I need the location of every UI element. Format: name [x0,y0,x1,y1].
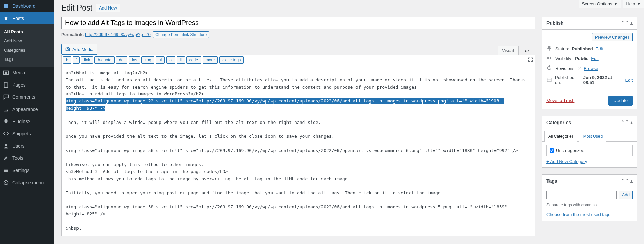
chevron-up-icon[interactable]: ˄ [622,178,624,184]
content-pre: <h2>What is image alt tag?</h2> The alt … [66,70,528,96]
edit-visibility-link[interactable]: Edit [591,56,598,61]
sidebar-item-pages[interactable]: Pages [0,79,54,91]
collapse-icon [3,179,10,186]
caret-icon[interactable]: ▴ [630,120,633,125]
chevron-down-icon[interactable]: ˅ [626,120,628,125]
chevron-up-icon[interactable]: ˄ [622,20,624,26]
tab-visual[interactable]: Visual [498,46,518,55]
eye-icon [546,55,553,62]
revisions-value: 2 [578,66,581,71]
plugins-badge: 2 [28,119,30,124]
sidebar-item-media[interactable]: Media [0,67,54,79]
tab-all-categories[interactable]: All Categories [544,131,577,142]
qt-bquote[interactable]: b-quote [94,56,115,64]
sidebar-item-categories[interactable]: Categories [0,45,54,55]
category-checkbox[interactable] [550,148,554,153]
appearance-icon [3,106,10,113]
sidebar-label: Dashboard [12,3,36,9]
sidebar-item-tools[interactable]: Tools [0,152,54,164]
qt-close[interactable]: close tags [219,56,244,64]
tools-icon [3,155,10,162]
revisions-label: Revisions: [555,66,576,71]
top-right-controls: Screen Options ▼ Help ▼ [579,0,644,8]
qt-more[interactable]: more [203,56,218,64]
sidebar-item-comments[interactable]: Comments [0,91,54,103]
settings-icon [3,167,10,174]
qt-img[interactable]: img [141,56,154,64]
tags-description: Separate tags with commas [546,203,633,207]
sidebar-label: Posts [12,16,24,21]
screen-options-button[interactable]: Screen Options ▼ [579,0,621,8]
edit-date-link[interactable]: Edit [625,78,633,83]
move-to-trash-link[interactable]: Move to Trash [546,98,574,103]
pin-icon [3,15,10,22]
sidebar-item-plugins[interactable]: Plugins 2 [0,115,54,128]
caret-icon[interactable]: ▴ [630,20,633,26]
svg-point-0 [5,71,7,74]
plugins-icon [3,118,10,125]
add-media-button[interactable]: Add Media [61,44,97,55]
sidebar-item-appearance[interactable]: Appearance [0,103,54,115]
sidebar-label: Pages [12,82,26,88]
tab-most-used[interactable]: Most Used [579,131,606,142]
tags-input[interactable] [546,191,617,199]
users-icon [3,143,10,149]
chevron-up-icon[interactable]: ˄ [622,120,624,125]
camera-icon [65,46,70,53]
status-label: Status: [555,46,569,51]
edit-status-link[interactable]: Edit [596,46,603,51]
permalink-url[interactable]: http://209.97.169.90/vy/wp/?p=20 [85,32,151,37]
dashboard-icon [3,3,10,10]
chevron-down-icon[interactable]: ˅ [626,178,628,184]
tab-text[interactable]: Text [518,46,535,55]
content-selection: <img class="alignnone wp-image-22 size-f… [66,98,504,111]
chevron-down-icon[interactable]: ˅ [626,20,628,26]
qt-li[interactable]: li [177,56,185,64]
post-content-textarea[interactable]: <h2>What is image alt tag?</h2> The alt … [62,65,535,236]
sidebar-item-users[interactable]: Users [0,140,54,152]
update-button[interactable]: Update [608,96,633,106]
help-button[interactable]: Help ▼ [623,0,644,8]
sidebar-item-posts[interactable]: Posts [0,12,54,24]
caret-icon[interactable]: ▴ [630,178,633,184]
visibility-label: Visibility: [555,56,572,61]
sidebar-item-tags[interactable]: Tags [0,55,54,64]
sidebar-item-settings[interactable]: Settings [0,164,54,176]
content-post: Then, it will display a window popup whe… [66,120,518,231]
quicktags-toolbar: b i link b-quote del ins img ul ol li co… [61,55,535,65]
publish-title: Publish [546,20,564,26]
publish-metabox: Publish ˄ ˅ ▴ Preview Changes Status: Pu… [542,17,637,109]
qt-link[interactable]: link [81,56,93,64]
qt-code[interactable]: code [186,56,201,64]
status-value: Published [572,46,593,51]
fullscreen-icon[interactable] [527,57,534,64]
qt-ol[interactable]: ol [166,56,175,64]
published-label: Published on: [555,75,580,85]
browse-revisions-link[interactable]: Browse [584,66,598,71]
sidebar-item-add-new-post[interactable]: Add New [0,36,54,45]
sidebar-label: Comments [12,94,35,100]
qt-del[interactable]: del [116,56,127,64]
sidebar-item-dashboard[interactable]: Dashboard [0,0,54,12]
sidebar-label: Media [12,70,25,75]
choose-tags-link[interactable]: Choose from the most used tags [546,212,610,217]
qt-italic[interactable]: i [73,56,80,64]
add-new-category-link[interactable]: + Add New Category [546,159,587,164]
svg-point-2 [4,181,8,185]
page-header: Edit Post Add New [61,3,637,13]
sidebar-label: Appearance [12,107,38,112]
sidebar-collapse[interactable]: Collapse menu [0,176,54,189]
add-tag-button[interactable]: Add [619,191,633,199]
sidebar-posts-submenu: All Posts Add New Categories Tags [0,24,54,67]
published-value: Jun 9, 2022 at 08:51 [583,75,623,85]
preview-changes-button[interactable]: Preview Changes [592,33,633,41]
post-title-input[interactable] [61,17,535,29]
category-uncategorized[interactable]: Uncategorized [550,148,630,153]
qt-bold[interactable]: b [63,56,71,64]
qt-ul[interactable]: ul [156,56,165,64]
add-new-button[interactable]: Add New [96,4,120,12]
change-permalink-button[interactable]: Change Permalink Structure [153,31,209,38]
qt-ins[interactable]: ins [129,56,140,64]
sidebar-item-all-posts[interactable]: All Posts [0,27,54,36]
sidebar-item-snippets[interactable]: Snippets [0,128,54,140]
